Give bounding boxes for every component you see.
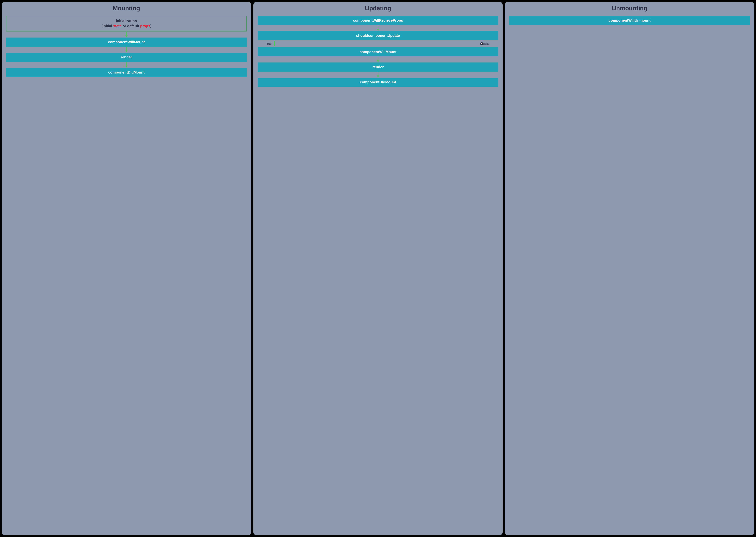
init-state: state <box>113 24 122 28</box>
mounting-step-render: render <box>6 53 247 62</box>
arrow-down-icon <box>125 62 129 68</box>
svg-marker-3 <box>125 51 128 52</box>
arrow-down-icon <box>273 41 276 47</box>
updating-step-render: render <box>258 62 498 71</box>
arrow-down-icon <box>376 57 380 62</box>
unmounting-title: Unmounting <box>612 5 647 12</box>
svg-marker-11 <box>377 61 379 62</box>
mounting-flow: initialization (initial state or default… <box>6 16 247 77</box>
branch-row: true ✕ false <box>258 40 498 47</box>
updating-step-willmount: componentWillMount <box>258 47 498 57</box>
mounting-step-willmount: componentWillMount <box>6 37 247 47</box>
mounting-title: Mounting <box>113 5 140 12</box>
initialization-box: initialization (initial state or default… <box>6 16 247 31</box>
branch-false-label: false <box>483 42 490 46</box>
mounting-step-didmount: componentDidMount <box>6 68 247 77</box>
updating-step-shouldupdate: shouldcomponentUpdate <box>258 31 498 40</box>
arrow-down-icon <box>376 71 380 78</box>
updating-step-recvprops: componentWillRecieveProps <box>258 16 498 25</box>
unmounting-flow: componentWillUnmount <box>509 16 750 25</box>
mounting-panel: Mounting initialization (initial state o… <box>2 2 251 535</box>
x-stop-icon: ✕ <box>480 42 483 45</box>
svg-marker-1 <box>125 35 128 37</box>
false-line-icon: ✕ <box>481 41 482 47</box>
unmounting-step-willunmount: componentWillUnmount <box>509 16 750 25</box>
updating-panel: Updating componentWillRecieveProps shoul… <box>253 2 503 535</box>
init-props: props <box>140 24 150 28</box>
arrow-down-icon <box>376 25 380 31</box>
branch-true-label: true <box>266 42 272 46</box>
unmounting-panel: Unmounting componentWillUnmount <box>505 2 754 535</box>
branch-false: ✕ false <box>481 41 490 47</box>
arrow-down-icon <box>125 31 129 37</box>
updating-step-didmount: componentDidMount <box>258 78 498 87</box>
updating-flow: componentWillRecieveProps shouldcomponen… <box>258 16 498 87</box>
svg-marker-5 <box>125 66 128 67</box>
arrow-down-icon <box>125 47 129 53</box>
updating-title: Updating <box>365 5 391 12</box>
svg-marker-13 <box>377 75 379 77</box>
init-line1: initialization <box>8 18 245 23</box>
branch-true: true <box>266 41 276 47</box>
svg-marker-7 <box>377 29 379 31</box>
svg-marker-9 <box>273 45 276 46</box>
init-line2: (initial state or default props) <box>8 23 245 28</box>
